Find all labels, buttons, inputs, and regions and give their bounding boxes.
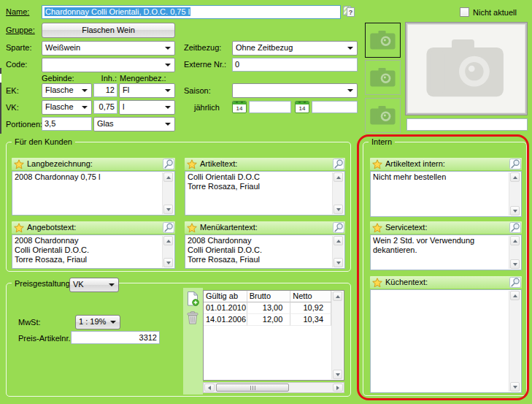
vk-mengenbez-combobox[interactable]: l [119, 100, 175, 115]
scrollbar[interactable] [332, 172, 344, 214]
photo-thumbnail-3[interactable] [365, 98, 401, 133]
portionen-input[interactable]: 3,5 [42, 117, 92, 131]
camera-icon [370, 31, 396, 50]
saison-combobox[interactable] [232, 83, 358, 98]
portionen-einheit-combobox[interactable]: Glas [93, 117, 175, 132]
scroll-down-button[interactable] [333, 370, 342, 379]
help-icon[interactable]: ? [343, 6, 355, 18]
scroll-up-button[interactable] [334, 172, 343, 182]
langbezeichnung-header: Langbezeichnung: [12, 158, 175, 170]
portionen-einheit-value: Glas [97, 119, 114, 128]
star-icon [372, 223, 382, 233]
gueltig-ab-cell: 01.01.2010 [204, 302, 247, 314]
field-label: Küchentext: [385, 277, 509, 288]
column-header: Netto [290, 291, 331, 302]
scroll-up-button[interactable] [163, 172, 173, 182]
vk-gebinde-combobox[interactable]: Flasche [42, 100, 92, 115]
price-table-row[interactable]: 01.01.2010 13,00 10,92 [204, 302, 331, 314]
scroll-right-button[interactable] [333, 384, 343, 392]
scroll-down-button[interactable] [510, 206, 520, 216]
ek-inhalt-input[interactable]: 12 [93, 83, 117, 97]
scroll-down-button[interactable] [163, 258, 173, 267]
gruppe-label[interactable]: Gruppe: [6, 26, 35, 35]
preis-artikelnr-input[interactable]: 3312 [71, 331, 160, 344]
artikeltext-intern-header: Artikeltext intern: [370, 158, 522, 170]
scroll-down-button[interactable] [510, 382, 520, 392]
code-combobox[interactable] [42, 58, 175, 72]
price-table-row[interactable]: 14.01.2006 12,00 10,34 [204, 314, 331, 326]
vk-inhalt-input[interactable]: 0,75 [93, 100, 117, 114]
ek-mengenbez-value: Fl [123, 85, 129, 94]
scroll-up-button[interactable] [334, 236, 343, 245]
kuechentext-textarea[interactable] [370, 289, 522, 393]
add-price-row-button[interactable] [185, 291, 200, 307]
field-label: Artikeltext: [200, 159, 333, 169]
price-table-vscrollbar[interactable] [331, 291, 343, 379]
photo-caption-input[interactable] [406, 118, 528, 131]
artikeltext-header: Artikeltext: [185, 158, 345, 170]
scroll-down-button[interactable] [334, 258, 343, 267]
externe-nr-input[interactable]: 0 [232, 58, 358, 72]
scroll-up-button[interactable] [333, 291, 342, 301]
ek-mengenbez-combobox[interactable]: Fl [119, 83, 175, 98]
scrollbar[interactable] [509, 172, 520, 216]
scroll-up-button[interactable] [510, 172, 520, 182]
jaehrlich-von-input[interactable] [249, 101, 291, 113]
column-header: Brutto [247, 291, 291, 302]
scrollbar[interactable] [509, 291, 520, 392]
calendar-day-number: 14 [296, 105, 309, 113]
magnifier-icon[interactable] [509, 277, 521, 288]
magnifier-icon[interactable] [163, 159, 174, 169]
scrollbar[interactable] [332, 236, 344, 267]
photo-preview[interactable] [405, 22, 528, 115]
scroll-up-button[interactable] [163, 236, 173, 245]
nicht-aktuell-checkbox[interactable] [460, 7, 469, 17]
scroll-down-button[interactable] [510, 259, 520, 269]
sparte-combobox[interactable]: Weißwein [42, 41, 175, 56]
magnifier-icon[interactable] [333, 159, 344, 169]
magnifier-icon[interactable] [509, 222, 521, 233]
code-label: Code: [6, 60, 27, 69]
jaehrlich-bis-input[interactable] [312, 101, 358, 113]
scrollbar[interactable] [162, 172, 174, 214]
gueltig-ab-cell: 14.01.2006 [204, 314, 247, 326]
mwst-combobox[interactable]: 1 : 19% [75, 315, 120, 329]
scrollbar-thumb[interactable] [216, 384, 289, 392]
scrollbar[interactable] [162, 236, 174, 267]
price-table-hscrollbar[interactable] [203, 382, 344, 393]
zeitbezug-combobox[interactable]: Ohne Zeitbezug [232, 41, 358, 56]
preis-mode-combobox[interactable]: VK [69, 278, 119, 292]
textarea-text: 2008 Chardonnay Colli Orientali D.O.C. T… [15, 236, 161, 267]
scroll-up-button[interactable] [510, 291, 520, 300]
photo-thumbnail-2[interactable] [365, 60, 401, 95]
menuekartentext-textarea[interactable]: 2008 Chardonnay Colli Orientali D.O.C. T… [185, 235, 345, 269]
chevron-down-icon [347, 47, 353, 50]
gruppe-button[interactable]: Flaschen Wein [42, 23, 175, 38]
scroll-down-button[interactable] [163, 205, 173, 214]
calendar-icon[interactable]: 14 [232, 101, 247, 113]
ek-gebinde-combobox[interactable]: Flasche [42, 83, 92, 98]
nicht-aktuell-label: Nicht aktuell [473, 8, 517, 18]
scroll-down-button[interactable] [334, 205, 343, 214]
calendar-icon[interactable]: 14 [295, 101, 309, 113]
servicetext-header: Servicetext: [370, 221, 522, 234]
langbezeichnung-textarea[interactable]: 2008 Chardonnay 0,75 l [12, 171, 175, 216]
magnifier-icon[interactable] [333, 222, 344, 233]
artikeltext-intern-textarea[interactable]: Nicht mehr bestellen [370, 171, 522, 217]
field-label: Servicetext: [385, 222, 509, 233]
scroll-up-button[interactable] [510, 236, 520, 245]
photo-thumbnail-1[interactable] [365, 23, 401, 58]
magnifier-icon[interactable] [509, 159, 521, 169]
name-label[interactable]: Name: [6, 7, 29, 17]
chevron-down-icon [165, 123, 171, 126]
scrollbar[interactable] [509, 236, 520, 269]
magnifier-icon[interactable] [163, 222, 174, 233]
artikeltext-textarea[interactable]: Colli Orientali D.O.C Torre Rosaza, Fria… [185, 171, 345, 216]
field-label: Angebotstext: [27, 222, 163, 233]
delete-price-row-button[interactable] [185, 310, 200, 326]
chevron-down-icon [347, 89, 353, 92]
angebotstext-textarea[interactable]: 2008 Chardonnay Colli Orientali D.O.C. T… [12, 235, 175, 269]
name-input[interactable]: Chardonnay Colli Orientali, D.O.C. 0,75 … [42, 5, 341, 19]
scroll-left-button[interactable] [204, 384, 215, 392]
servicetext-textarea[interactable]: Wein 2 Std. vor Verwendung dekantieren. [370, 235, 522, 270]
